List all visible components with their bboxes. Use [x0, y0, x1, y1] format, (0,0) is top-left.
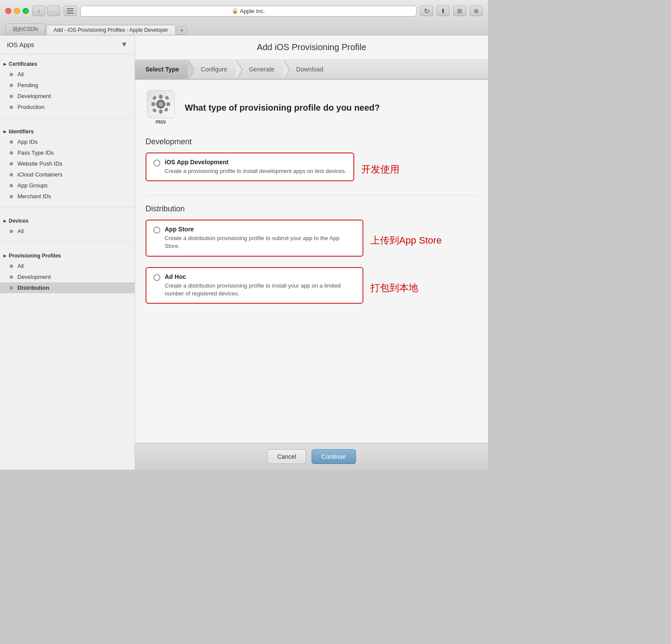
gear-icon: [150, 94, 171, 115]
ios-app-development-desc: Create a provisioning profile to install…: [165, 167, 346, 175]
svg-rect-0: [67, 8, 74, 9]
back-button[interactable]: ‹: [32, 6, 45, 16]
step-generate-label: Generate: [249, 66, 274, 73]
pass-type-dot: [10, 151, 13, 155]
distribution-title: Distribution: [146, 204, 478, 214]
identifiers-section: ▸ Identifiers App IDs Pass Type IDs Webs…: [0, 122, 135, 203]
profile-header: PROV What type of provisioning profile d…: [146, 90, 478, 125]
step-generate[interactable]: Generate: [236, 60, 283, 79]
cert-pending-dot: [10, 84, 13, 87]
devices-all-label: All: [17, 228, 24, 234]
devices-section: ▸ Devices All: [0, 211, 135, 238]
app-store-annotation: 上传到App Store: [370, 234, 442, 247]
sidebar-item-prov-distribution[interactable]: Distribution: [0, 282, 135, 293]
devices-label: Devices: [9, 218, 28, 224]
sidebar-sep-1: [0, 118, 135, 118]
prov-dist-dot: [10, 286, 13, 290]
ios-app-development-content: iOS App Development Create a provisionin…: [165, 159, 346, 175]
profile-question: What type of provisioning profile do you…: [185, 102, 380, 113]
step-select-type-label: Select Type: [146, 66, 179, 73]
sidebar: iOS Apps ▼ ▸ Certificates All Pending De…: [0, 35, 135, 470]
provisioning-profiles-section: ▸ Provisioning Profiles All Development …: [0, 246, 135, 295]
ad-hoc-option[interactable]: Ad Hoc Create a distribution provisionin…: [146, 267, 363, 304]
merchant-ids-label: Merchant IDs: [17, 193, 51, 200]
icloud-dot: [10, 173, 13, 176]
merchant-ids-dot: [10, 195, 13, 198]
sidebar-item-cert-development[interactable]: Development: [0, 91, 135, 102]
svg-point-5: [159, 102, 163, 106]
step-download[interactable]: Download: [283, 60, 332, 79]
prov-dist-label: Distribution: [17, 285, 49, 291]
prov-file-label: PROV: [156, 120, 166, 125]
ios-app-development-title: iOS App Development: [165, 159, 346, 166]
step-configure[interactable]: Configure: [188, 60, 236, 79]
minimize-button[interactable]: [14, 8, 20, 14]
sidebar-item-devices-all[interactable]: All: [0, 226, 135, 237]
profile-button[interactable]: ⊕: [470, 6, 483, 16]
ios-app-development-option[interactable]: iOS App Development Create a provisionin…: [146, 153, 354, 181]
section-separator: [146, 195, 478, 196]
app-store-option[interactable]: App Store Create a distribution provisio…: [146, 220, 363, 256]
certificates-header: ▸ Certificates: [0, 59, 135, 69]
prov-dev-dot: [10, 275, 13, 279]
website-push-dot: [10, 162, 13, 166]
sidebar-toggle-button[interactable]: [64, 6, 77, 16]
maximize-button[interactable]: [23, 8, 29, 14]
cert-dev-label: Development: [17, 93, 51, 99]
app-groups-dot: [10, 184, 13, 187]
sidebar-item-website-push-ids[interactable]: Website Push IDs: [0, 158, 135, 169]
prov-label: Provisioning Profiles: [9, 253, 61, 259]
provisioning-profiles-header: ▸ Provisioning Profiles: [0, 251, 135, 261]
pass-type-label: Pass Type IDs: [17, 149, 54, 156]
devices-all-dot: [10, 230, 13, 233]
identifiers-label: Identifiers: [9, 129, 34, 135]
identifiers-arrow: ▸: [3, 129, 6, 135]
continue-button[interactable]: Continue: [312, 449, 356, 464]
wizard-steps: Select Type Configure Generate Download: [135, 60, 488, 80]
ad-hoc-desc: Create a distribution provisioning profi…: [165, 282, 356, 298]
content-area: Add iOS Provisioning Profile Select Type…: [135, 35, 488, 470]
tab-add-button[interactable]: +: [176, 26, 187, 35]
ad-hoc-annotation: 打包到本地: [370, 281, 418, 295]
ad-hoc-radio[interactable]: [153, 274, 160, 281]
sidebar-item-merchant-ids[interactable]: Merchant IDs: [0, 191, 135, 202]
close-button[interactable]: [5, 8, 11, 14]
svg-rect-2: [67, 13, 74, 14]
sidebar-item-pass-type-ids[interactable]: Pass Type IDs: [0, 147, 135, 158]
sidebar-item-app-groups[interactable]: App Groups: [0, 180, 135, 191]
tab-csdn[interactable]: 我的CSDN: [5, 24, 45, 35]
prov-dev-label: Development: [17, 274, 51, 280]
address-bar[interactable]: 🔒 Apple Inc.: [80, 6, 417, 17]
forward-button[interactable]: ›: [47, 6, 60, 16]
tabs-button[interactable]: ⊞: [453, 6, 466, 16]
sidebar-item-cert-production[interactable]: Production: [0, 102, 135, 112]
refresh-button[interactable]: ↻: [420, 6, 433, 16]
app-store-radio[interactable]: [153, 227, 160, 234]
page-title: Add iOS Provisioning Profile: [135, 35, 488, 60]
sidebar-sep-3: [0, 242, 135, 242]
nav-buttons: ‹ ›: [32, 6, 60, 16]
cancel-button[interactable]: Cancel: [267, 449, 306, 464]
ios-app-development-radio[interactable]: [153, 159, 160, 166]
website-push-label: Website Push IDs: [17, 160, 62, 167]
sidebar-item-app-ids[interactable]: App IDs: [0, 136, 135, 147]
sidebar-dropdown-icon[interactable]: ▼: [121, 41, 128, 48]
certificates-label: Certificates: [9, 61, 37, 67]
development-section: Development iOS App Development Create a…: [146, 137, 478, 186]
share-button[interactable]: ⬆: [437, 6, 450, 16]
step-select-type[interactable]: Select Type: [135, 60, 188, 79]
prov-all-dot: [10, 264, 13, 268]
tab-apple-developer[interactable]: Add - iOS Provisioning Profiles - Apple …: [46, 25, 176, 35]
ad-hoc-title: Ad Hoc: [165, 273, 356, 280]
profile-icon-container: PROV: [146, 90, 176, 125]
devices-header: ▸ Devices: [0, 216, 135, 226]
sidebar-item-cert-all[interactable]: All: [0, 69, 135, 80]
sidebar-item-prov-development[interactable]: Development: [0, 271, 135, 282]
identifiers-header: ▸ Identifiers: [0, 127, 135, 136]
prov-arrow: ▸: [3, 253, 6, 259]
cert-prod-dot: [10, 105, 13, 109]
sidebar-item-cert-pending[interactable]: Pending: [0, 80, 135, 91]
sidebar-item-prov-all[interactable]: All: [0, 261, 135, 271]
profile-icon-img: [147, 90, 175, 118]
sidebar-item-icloud-containers[interactable]: iCloud Containers: [0, 169, 135, 180]
